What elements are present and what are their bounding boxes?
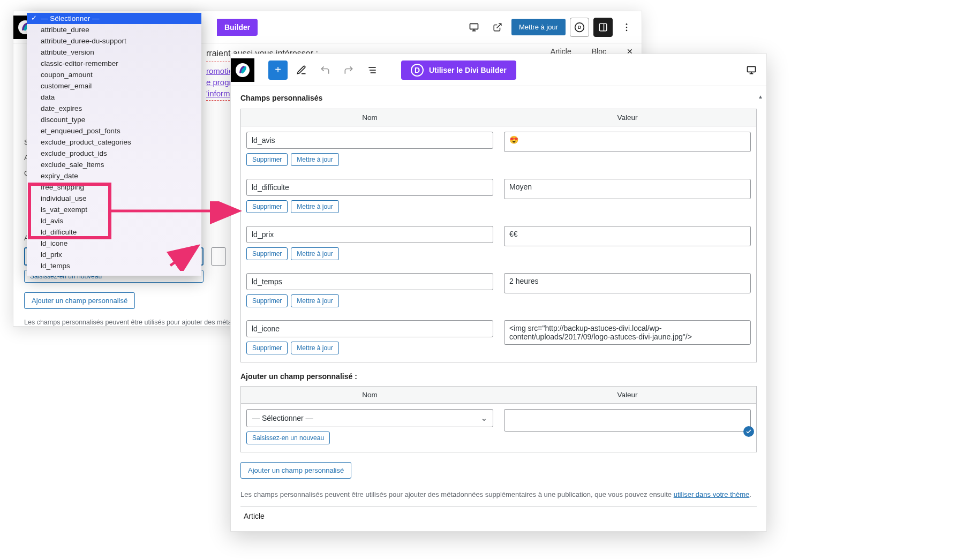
cf-value-input[interactable]: 2 heures [504, 273, 751, 293]
delete-button[interactable]: Supprimer [246, 342, 288, 354]
chevron-down-icon: ⌄ [481, 414, 487, 422]
new-value-input[interactable] [504, 409, 751, 432]
desktop-icon[interactable] [464, 18, 484, 37]
table-row: SupprimerMettre à jour2 heures [241, 268, 756, 315]
dd-item[interactable]: exclude_sale_items [27, 159, 201, 170]
delete-button[interactable]: Supprimer [246, 294, 288, 307]
col-name-2: Nom [241, 387, 499, 403]
add-cf-title: Ajouter un champ personnalisé : [240, 372, 757, 381]
row-update-button[interactable]: Mettre à jour [291, 200, 338, 213]
dd-item[interactable]: et_enqueued_post_fonts [27, 125, 201, 137]
svg-line-4 [497, 24, 501, 28]
col-value: Valeur [499, 109, 756, 126]
row-update-button[interactable]: Mettre à jour [291, 294, 338, 307]
table-row: SupprimerMettre à jour<img src="http://b… [241, 315, 756, 362]
divi-d-icon[interactable]: D [570, 18, 589, 37]
dd-item[interactable]: customer_email [27, 80, 201, 92]
svg-point-10 [626, 26, 628, 28]
cf-name-input[interactable] [246, 320, 493, 337]
svg-point-11 [626, 29, 628, 31]
settings-panel-icon[interactable] [593, 18, 613, 37]
svg-text:D: D [578, 25, 582, 30]
row-update-button[interactable]: Mettre à jour [291, 247, 338, 260]
table-row: SupprimerMettre à jour😍 [241, 126, 756, 173]
divi-btn-label: Utiliser le Divi Builder [429, 66, 507, 74]
cf-name-input[interactable] [246, 179, 493, 196]
cf-name-input[interactable] [246, 273, 493, 290]
dd-item[interactable]: discount_type [27, 114, 201, 125]
cf-name-input[interactable] [246, 226, 493, 243]
collapse-icon[interactable]: ▲ [758, 94, 763, 100]
svg-point-9 [626, 23, 628, 25]
dd-item[interactable]: is_vat_exempt [27, 204, 201, 215]
brush-icon [236, 63, 250, 77]
dd-item-ld[interactable]: ld_avis [27, 215, 201, 226]
dd-item[interactable]: data [27, 92, 201, 103]
dd-item-ld[interactable]: ld_prix [27, 249, 201, 260]
add-block-button[interactable]: + [268, 60, 288, 80]
table-row: SupprimerMettre à jourMoyen [241, 173, 756, 221]
svg-rect-7 [599, 24, 607, 31]
edit-icon[interactable] [292, 60, 311, 80]
col-value-2: Valeur [499, 387, 756, 403]
dd-item[interactable]: individual_use [27, 193, 201, 204]
dd-item-ld[interactable]: ld_temps [27, 260, 201, 271]
help-text-right: Les champs personnalisés peuvent être ut… [240, 490, 757, 498]
use-divi-builder-button[interactable]: D Utiliser le Divi Builder [401, 60, 516, 80]
dd-item[interactable]: classic-editor-remember [27, 58, 201, 69]
divi-d-icon: D [411, 64, 424, 77]
dd-item[interactable]: expiry_date [27, 170, 201, 181]
wp-logo-right[interactable] [231, 58, 254, 82]
value-placeholder-box[interactable] [211, 247, 226, 266]
dd-item[interactable]: free_shipping [27, 181, 201, 193]
external-link-icon[interactable] [488, 18, 507, 37]
dd-item-ld[interactable]: ld_icone [27, 238, 201, 249]
builder-tag[interactable]: Builder [217, 19, 258, 36]
dd-item[interactable]: attribute_version [27, 47, 201, 58]
cf-value-input[interactable]: 😍 [504, 132, 751, 152]
dd-item[interactable]: exclude_product_ids [27, 148, 201, 159]
cf-value-input[interactable]: €€ [504, 226, 751, 246]
row-update-button[interactable]: Mettre à jour [291, 342, 338, 354]
check-icon[interactable] [743, 426, 754, 437]
meta-key-select-right[interactable]: — Sélectionner — ⌄ [246, 409, 493, 427]
dd-item[interactable]: attribute_duree-du-support [27, 35, 201, 47]
redo-icon[interactable] [339, 60, 358, 80]
add-custom-field-button[interactable]: Ajouter un champ personnalisé [240, 462, 351, 479]
col-name: Nom [241, 109, 499, 126]
custom-fields-table: Nom Valeur SupprimerMettre à jour😍Suppri… [240, 109, 757, 362]
row-update-button[interactable]: Mettre à jour [291, 153, 338, 166]
update-button[interactable]: Mettre à jour [511, 19, 566, 35]
cf-name-input[interactable] [246, 132, 493, 149]
dd-item[interactable]: exclude_product_categories [27, 137, 201, 148]
add-cf-table: Nom Valeur — Sélectionner — ⌄ Saisissez-… [240, 386, 757, 452]
cf-value-input[interactable]: Moyen [504, 179, 751, 199]
dd-item[interactable]: date_expires [27, 103, 201, 114]
outline-icon[interactable] [363, 60, 382, 80]
right-toolbar: + D Utiliser le Divi Builder [231, 54, 766, 86]
add-custom-field-button-left[interactable]: Ajouter un champ personnalisé [24, 292, 135, 309]
dd-item-ld[interactable]: ld_difficulte [27, 226, 201, 238]
custom-fields-heading: Champs personnalisés [240, 94, 757, 102]
svg-rect-1 [470, 24, 478, 29]
right-window: + D Utiliser le Divi Builder ▲ Champs pe… [230, 54, 767, 532]
enter-new-button-right[interactable]: Saisissez-en un nouveau [246, 432, 330, 444]
delete-button[interactable]: Supprimer [246, 200, 288, 213]
theme-link[interactable]: utiliser dans votre thème [674, 490, 750, 498]
table-row: SupprimerMettre à jour€€ [241, 221, 756, 268]
dd-item-selected[interactable]: — Sélectionner — [27, 13, 201, 24]
svg-rect-18 [748, 66, 756, 72]
delete-button[interactable]: Supprimer [246, 153, 288, 166]
cf-value-input[interactable]: <img src="http://backup-astuces-divi.loc… [504, 320, 751, 345]
desktop-icon[interactable] [742, 60, 761, 80]
more-icon[interactable] [617, 18, 636, 37]
meta-key-dropdown[interactable]: — Sélectionner — attribute_dureeattribut… [27, 13, 201, 276]
dd-item[interactable]: coupon_amount [27, 69, 201, 80]
article-footer: Article [240, 506, 757, 521]
select-label-right: — Sélectionner — [252, 414, 313, 422]
delete-button[interactable]: Supprimer [246, 247, 288, 260]
dd-item[interactable]: attribute_duree [27, 24, 201, 35]
undo-icon[interactable] [315, 60, 335, 80]
